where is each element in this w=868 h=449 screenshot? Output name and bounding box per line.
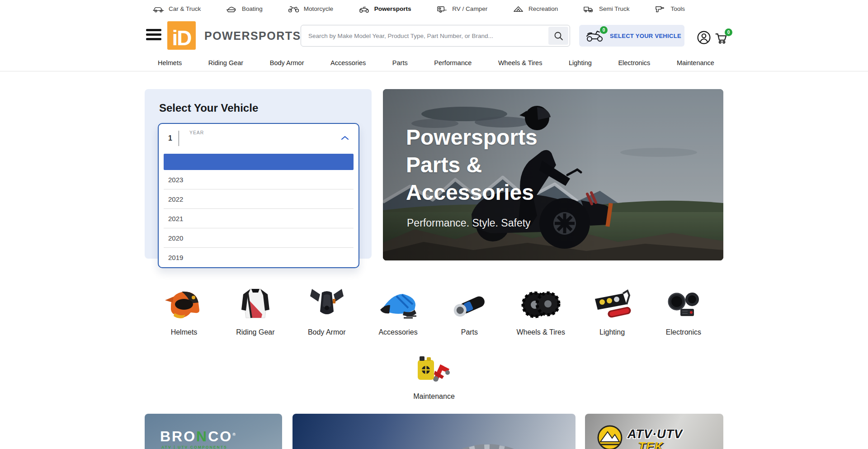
hero-heading-line: Parts & (406, 151, 538, 179)
category-accessories[interactable]: Accessories (367, 286, 430, 336)
vertical-car-truck[interactable]: Car & Truck (152, 4, 201, 14)
vertical-powersports[interactable]: Powersports (358, 4, 411, 14)
category-parts[interactable]: Parts (438, 286, 501, 336)
motorcycle-icon (288, 4, 300, 14)
category-wheels-tires[interactable]: Wheels & Tires (509, 286, 572, 336)
category-label: Maintenance (413, 392, 455, 401)
site-header: iD POWERSPORTSiD® 0 SELECT YOUR VEHICLE … (0, 17, 868, 54)
category-label: Lighting (599, 328, 625, 336)
garage-count-badge: 0 (600, 26, 608, 34)
cart-count-badge: 0 (725, 28, 732, 36)
car-icon (152, 4, 165, 14)
nav-accessories[interactable]: Accessories (330, 59, 366, 66)
category-riding-gear[interactable]: Riding Gear (224, 286, 287, 336)
vehicle-type-bar: Car & Truck Boating Motorcycle Powerspor… (0, 0, 868, 18)
banner-atv-utv-tek[interactable]: ATV·UTV TEK (585, 414, 723, 449)
hero-heading-line: Powersports (406, 123, 538, 151)
main-nav-inner: Helmets Riding Gear Body Armor Accessori… (158, 54, 714, 71)
nav-helmets[interactable]: Helmets (158, 59, 182, 66)
speakers-image (660, 286, 707, 322)
bronco-accent-letter: N (196, 428, 208, 444)
vertical-label: Recreation (528, 5, 558, 12)
nav-parts[interactable]: Parts (392, 59, 408, 66)
year-option-2023[interactable]: 2023 (164, 170, 354, 189)
nav-body-armor[interactable]: Body Armor (270, 59, 304, 66)
user-icon (697, 31, 711, 44)
category-label: Helmets (171, 328, 198, 336)
category-grid-row1: Helmets Riding Gear (152, 286, 715, 336)
cart-button[interactable]: 0 (715, 32, 730, 45)
category-grid-row2: Maintenance (402, 350, 466, 401)
select-your-vehicle-label: SELECT YOUR VEHICLE (610, 33, 681, 39)
hamburger-menu-button[interactable] (146, 29, 161, 41)
category-label: Riding Gear (236, 328, 274, 336)
vertical-label: Tools (670, 5, 685, 12)
vertical-label: Motorcycle (304, 5, 333, 12)
brand-wordmark[interactable]: POWERSPORTSiD® (204, 29, 317, 43)
nav-performance[interactable]: Performance (434, 59, 472, 66)
year-option-2020[interactable]: 2020 (164, 228, 354, 247)
category-body-armor[interactable]: Body Armor (295, 286, 359, 336)
jersey-image (232, 286, 279, 322)
select-your-vehicle-button[interactable]: 0 SELECT YOUR VEHICLE (579, 25, 684, 47)
year-options-list: 2023 2022 2021 2020 2019 (159, 154, 359, 267)
banner-bronco[interactable]: BRONCO® ATV | UTV COMPONENTS (145, 414, 282, 449)
maintenance-image (410, 350, 458, 387)
hero-banner: Powersports Parts & Accessories Performa… (383, 89, 723, 260)
semi-truck-icon (583, 4, 595, 14)
tek-title: ATV·UTV (627, 427, 683, 441)
nav-maintenance[interactable]: Maintenance (677, 59, 714, 66)
nav-lighting[interactable]: Lighting (569, 59, 592, 66)
boat-icon (226, 4, 238, 14)
garage-atv-icon: 0 (585, 28, 606, 43)
exhaust-image (446, 286, 493, 322)
nav-wheels-tires[interactable]: Wheels & Tires (498, 59, 542, 66)
chest-protector-image (303, 286, 350, 322)
search-icon (554, 31, 563, 41)
vertical-rv-camper[interactable]: RV / Camper (436, 4, 487, 14)
category-electronics[interactable]: Electronics (652, 286, 715, 336)
vehicle-selector-title: Select Your Vehicle (159, 102, 258, 114)
category-lighting[interactable]: Lighting (580, 286, 644, 336)
vertical-motorcycle[interactable]: Motorcycle (288, 4, 333, 14)
nav-electronics[interactable]: Electronics (618, 59, 650, 66)
category-helmets[interactable]: Helmets (152, 286, 216, 336)
tek-subtitle: TEK (638, 440, 664, 449)
nav-riding-gear[interactable]: Riding Gear (208, 59, 243, 66)
page: Car & Truck Boating Motorcycle Powerspor… (0, 0, 868, 449)
search-bar (301, 25, 570, 47)
year-option-2019[interactable]: 2019 (164, 247, 354, 267)
tent-icon (512, 4, 524, 14)
banner-tire-promo[interactable] (292, 414, 576, 449)
vertical-label: Powersports (374, 5, 411, 12)
category-maintenance[interactable]: Maintenance (402, 350, 466, 401)
category-label: Body Armor (308, 328, 346, 336)
logo-monogram: iD (172, 26, 191, 50)
vehicle-type-bar-inner: Car & Truck Boating Motorcycle Powerspor… (152, 0, 685, 17)
year-dropdown-field[interactable]: 1 YEAR (159, 124, 359, 153)
vertical-tools[interactable]: Tools (654, 4, 685, 14)
year-dropdown: 1 YEAR 2023 2022 2021 2020 2019 (158, 123, 359, 268)
category-label: Accessories (378, 328, 417, 336)
search-input[interactable] (301, 33, 548, 39)
account-button[interactable] (697, 31, 711, 44)
camper-icon (436, 4, 448, 14)
year-option-highlighted[interactable] (164, 154, 354, 170)
year-option-2021[interactable]: 2021 (164, 208, 354, 228)
bronco-wordmark: BRONCO® (160, 427, 237, 444)
hero-heading-line: Accessories (406, 179, 538, 206)
tires-image (517, 286, 564, 322)
vertical-label: RV / Camper (452, 5, 487, 12)
year-option-2022[interactable]: 2022 (164, 189, 354, 208)
bronco-logo: BRONCO® ATV | UTV COMPONENTS (160, 427, 237, 449)
step-number: 1 (168, 134, 172, 142)
brand-logo[interactable]: iD (167, 21, 196, 50)
vertical-boating[interactable]: Boating (226, 4, 263, 14)
atv-icon (358, 4, 370, 14)
bronco-tagline: ATV | UTV COMPONENTS (160, 445, 237, 449)
search-button[interactable] (548, 27, 568, 45)
category-label: Wheels & Tires (516, 328, 565, 336)
chevron-up-icon (341, 136, 349, 140)
vertical-semi-truck[interactable]: Semi Truck (583, 4, 630, 14)
vertical-recreation[interactable]: Recreation (512, 4, 558, 14)
